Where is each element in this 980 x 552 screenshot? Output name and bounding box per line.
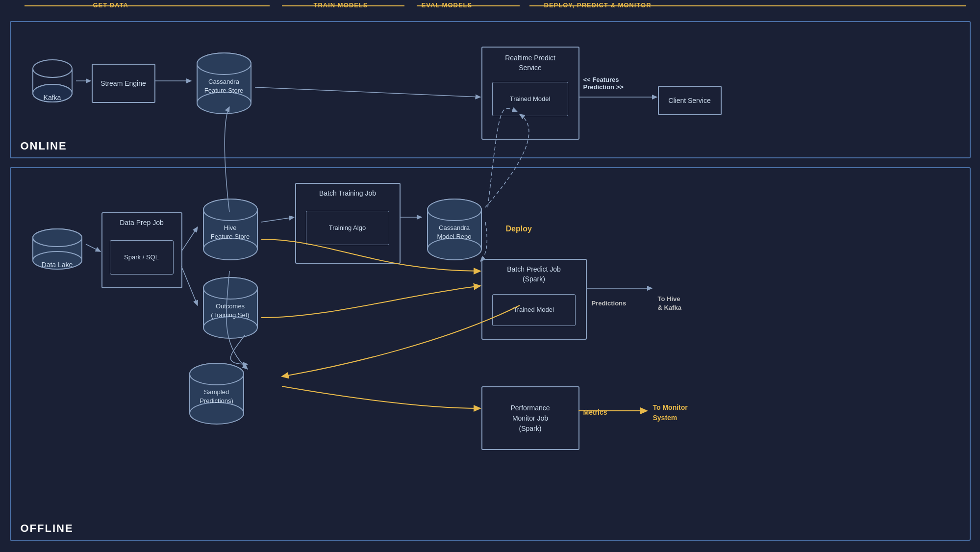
performance-monitor-label: PerformanceMonitor Job(Spark) <box>510 403 550 434</box>
deploy-text: Deploy <box>506 225 532 233</box>
trained-model-online-node: Trained Model <box>492 82 568 116</box>
cassandra-model-repo-node: CassandraModel Repo <box>423 195 486 264</box>
spark-sql-label: Spark / SQL <box>124 253 159 262</box>
predictions-label: Predictions <box>592 300 627 307</box>
svg-point-28 <box>203 277 257 299</box>
features-prediction-text: << Features Prediction >> <box>583 76 624 91</box>
svg-point-22 <box>203 199 257 221</box>
performance-monitor-node: PerformanceMonitor Job(Spark) <box>481 386 579 450</box>
realtime-predict-label: Realtime PredictService <box>482 53 578 73</box>
features-label: << Features <box>583 76 624 83</box>
batch-predict-label: Batch Predict Job(Spark) <box>482 265 586 284</box>
data-lake-node: Data Lake <box>28 227 87 271</box>
cassandra-online-node: CassandraFeature Store <box>192 49 256 118</box>
svg-point-16 <box>33 229 82 247</box>
spark-sql-node: Spark / SQL <box>110 240 174 275</box>
stream-engine-label: Stream Engine <box>101 79 146 88</box>
predictions-text: Predictions <box>592 300 627 307</box>
batch-predict-job-outer: Batch Predict Job(Spark) Trained Model <box>481 259 587 340</box>
svg-point-21 <box>203 238 257 260</box>
hive-feature-store-node: HiveFeature Store <box>199 195 262 264</box>
training-algo-label: Training Algo <box>329 224 366 232</box>
kafka-label: Kafka <box>28 94 77 101</box>
trained-model-offline-label: Trained Model <box>513 306 554 314</box>
svg-point-40 <box>427 199 481 221</box>
outcomes-label: Outcomes(Training Set) <box>211 302 249 320</box>
svg-point-39 <box>427 238 481 260</box>
offline-label: OFFLINE <box>21 522 74 535</box>
sampled-predictions-node: SampledPredictions) <box>185 359 249 428</box>
svg-point-0 <box>33 60 72 77</box>
metrics-text: Metrics <box>583 408 607 416</box>
svg-point-9 <box>197 92 251 114</box>
cassandra-model-repo-label: CassandraModel Repo <box>437 224 471 241</box>
bracket-get-data <box>25 5 270 6</box>
bracket-train-models <box>282 5 404 6</box>
deploy-label: Deploy <box>506 225 532 233</box>
training-algo-node: Training Algo <box>306 211 389 245</box>
svg-point-10 <box>197 53 251 75</box>
metrics-label: Metrics <box>583 408 607 416</box>
stream-engine-node: Stream Engine <box>92 64 155 103</box>
trained-model-offline-node: Trained Model <box>492 294 576 326</box>
offline-section: OFFLINE Data Lake Data Prep Job Spark / … <box>10 167 971 541</box>
kafka-node: Kafka <box>28 56 77 105</box>
to-monitor-text: To Monitor System <box>653 402 688 423</box>
cassandra-online-label: CassandraFeature Store <box>204 77 244 95</box>
trained-model-online-label: Trained Model <box>510 95 551 103</box>
data-prep-label: Data Prep Job <box>102 218 181 227</box>
batch-training-job-outer: Batch Training Job Training Algo <box>295 183 401 264</box>
realtime-predict-service-node: Realtime PredictService Trained Model <box>481 47 579 140</box>
svg-point-27 <box>203 317 257 338</box>
bracket-deploy <box>529 5 966 6</box>
client-service-node: Client Service <box>658 86 722 115</box>
svg-point-33 <box>190 402 244 424</box>
hive-feature-store-label: HiveFeature Store <box>211 224 250 241</box>
phase-labels: GET DATA TRAIN MODELS EVAL MODELS DEPLOY… <box>10 1 971 11</box>
data-lake-label: Data Lake <box>28 261 87 269</box>
sampled-predictions-label: SampledPredictions) <box>200 388 233 405</box>
to-hive-kafka-text: To Hive & Kafka <box>658 295 681 312</box>
batch-training-label: Batch Training Job <box>296 189 400 198</box>
outcomes-node: Outcomes(Training Set) <box>199 274 262 342</box>
diagram-container: GET DATA TRAIN MODELS EVAL MODELS DEPLOY… <box>10 11 971 541</box>
svg-point-34 <box>190 363 244 385</box>
client-service-label: Client Service <box>668 96 710 105</box>
online-section: ONLINE Kafka Stream Engine <box>10 21 971 158</box>
online-label: ONLINE <box>21 140 67 152</box>
bracket-eval-models <box>417 5 520 6</box>
prediction-label: Prediction >> <box>583 83 624 91</box>
data-prep-job-outer: Data Prep Job Spark / SQL <box>101 212 182 288</box>
